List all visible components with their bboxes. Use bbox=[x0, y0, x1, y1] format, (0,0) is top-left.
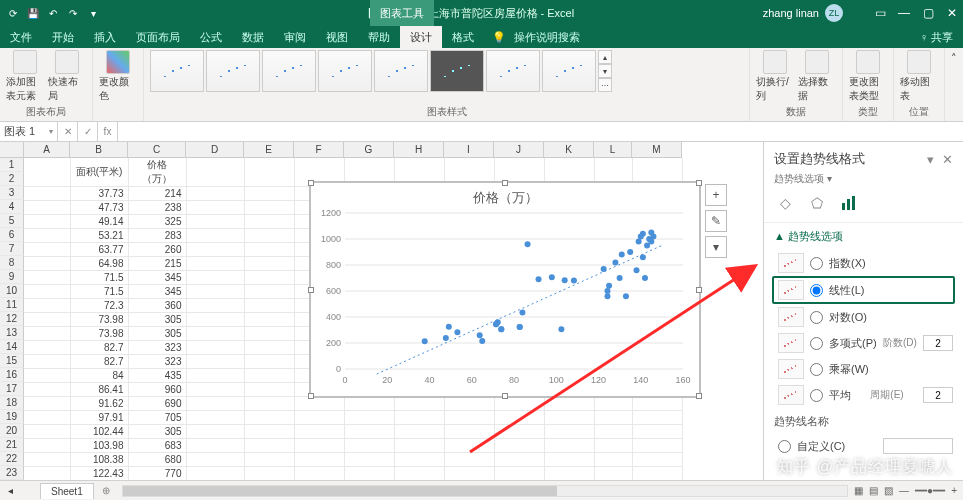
cell[interactable] bbox=[186, 243, 244, 257]
cell[interactable] bbox=[394, 453, 444, 467]
sheet-tab[interactable]: Sheet1 bbox=[40, 483, 94, 499]
cell[interactable] bbox=[344, 411, 394, 425]
col-header[interactable]: H bbox=[394, 142, 444, 158]
cell[interactable] bbox=[344, 439, 394, 453]
cell[interactable] bbox=[444, 467, 494, 481]
style-thumb[interactable] bbox=[206, 50, 260, 92]
cell[interactable]: 323 bbox=[128, 355, 186, 369]
minimize-icon[interactable]: — bbox=[897, 6, 911, 20]
cell[interactable] bbox=[494, 425, 544, 439]
cell[interactable] bbox=[632, 425, 682, 439]
cell[interactable] bbox=[186, 187, 244, 201]
cell[interactable]: 345 bbox=[128, 285, 186, 299]
cell[interactable] bbox=[244, 411, 294, 425]
maximize-icon[interactable]: ▢ bbox=[921, 6, 935, 20]
cell[interactable] bbox=[24, 271, 70, 285]
fill-line-icon[interactable]: ◇ bbox=[774, 192, 796, 214]
pane-close-icon[interactable]: ✕ bbox=[942, 152, 953, 167]
cell[interactable]: 63.77 bbox=[70, 243, 128, 257]
view-normal-icon[interactable]: ▦ bbox=[854, 485, 863, 496]
cell[interactable] bbox=[632, 453, 682, 467]
sheet-nav-left-icon[interactable]: ◂ bbox=[0, 485, 20, 496]
row-header[interactable]: 20 bbox=[0, 424, 24, 438]
cell[interactable] bbox=[394, 397, 444, 411]
trend-polynomial-param[interactable] bbox=[923, 335, 953, 351]
cell[interactable] bbox=[544, 425, 594, 439]
cell[interactable] bbox=[186, 467, 244, 481]
cell[interactable] bbox=[244, 341, 294, 355]
change-chart-type-button[interactable]: 更改图表类型 bbox=[849, 50, 887, 103]
col-header[interactable]: J bbox=[494, 142, 544, 158]
cell[interactable] bbox=[244, 383, 294, 397]
cell[interactable] bbox=[244, 257, 294, 271]
cell[interactable] bbox=[594, 467, 632, 481]
cell[interactable] bbox=[244, 453, 294, 467]
cell[interactable]: 238 bbox=[128, 201, 186, 215]
cell[interactable] bbox=[394, 425, 444, 439]
cell[interactable]: 86.41 bbox=[70, 383, 128, 397]
new-sheet-button[interactable]: ⊕ bbox=[96, 485, 116, 496]
cell[interactable] bbox=[294, 453, 344, 467]
cell[interactable]: 345 bbox=[128, 271, 186, 285]
tab-帮助[interactable]: 帮助 bbox=[358, 26, 400, 48]
chart-elements-button[interactable]: + bbox=[705, 184, 727, 206]
cell[interactable] bbox=[186, 355, 244, 369]
cell[interactable]: 64.98 bbox=[70, 257, 128, 271]
select-data-button[interactable]: 选择数据 bbox=[798, 50, 836, 103]
cell[interactable] bbox=[294, 425, 344, 439]
row-header[interactable]: 3 bbox=[0, 186, 24, 200]
cell[interactable]: 面积(平米) bbox=[70, 158, 128, 187]
cell[interactable] bbox=[186, 215, 244, 229]
cell[interactable]: 73.98 bbox=[70, 327, 128, 341]
quick-layout-button[interactable]: 快速布局 bbox=[48, 50, 86, 103]
row-header[interactable]: 8 bbox=[0, 256, 24, 270]
tell-me-icon[interactable]: 💡 bbox=[484, 26, 514, 48]
tab-开始[interactable]: 开始 bbox=[42, 26, 84, 48]
cell[interactable] bbox=[294, 467, 344, 481]
cell[interactable] bbox=[394, 411, 444, 425]
trendline-options-icon[interactable] bbox=[838, 192, 860, 214]
cell[interactable] bbox=[344, 425, 394, 439]
cell[interactable]: 305 bbox=[128, 327, 186, 341]
cell[interactable] bbox=[544, 439, 594, 453]
tell-me-field[interactable]: 操作说明搜索 bbox=[514, 26, 580, 48]
cell[interactable] bbox=[244, 313, 294, 327]
chart-styles-button[interactable]: ✎ bbox=[705, 210, 727, 232]
zoom-out-icon[interactable]: — bbox=[899, 485, 909, 496]
cell[interactable] bbox=[294, 439, 344, 453]
tab-视图[interactable]: 视图 bbox=[316, 26, 358, 48]
cell[interactable] bbox=[186, 439, 244, 453]
cell[interactable]: 705 bbox=[128, 411, 186, 425]
zoom-in-icon[interactable]: + bbox=[951, 485, 957, 496]
cell[interactable]: 47.73 bbox=[70, 201, 128, 215]
row-header[interactable]: 4 bbox=[0, 200, 24, 214]
cell[interactable] bbox=[186, 313, 244, 327]
view-break-icon[interactable]: ▧ bbox=[884, 485, 893, 496]
cell[interactable] bbox=[632, 411, 682, 425]
cell[interactable] bbox=[186, 327, 244, 341]
cell[interactable] bbox=[444, 425, 494, 439]
cell[interactable] bbox=[24, 397, 70, 411]
col-header[interactable]: I bbox=[444, 142, 494, 158]
cell[interactable] bbox=[632, 397, 682, 411]
style-thumb[interactable] bbox=[374, 50, 428, 92]
close-icon[interactable]: ✕ bbox=[945, 6, 959, 20]
col-header[interactable]: C bbox=[128, 142, 186, 158]
cell[interactable] bbox=[24, 229, 70, 243]
trend-option-exponential[interactable]: 指数(X) bbox=[764, 250, 963, 276]
chart-filters-button[interactable]: ▾ bbox=[705, 236, 727, 258]
cell[interactable] bbox=[24, 439, 70, 453]
cell[interactable] bbox=[244, 439, 294, 453]
cell[interactable] bbox=[444, 397, 494, 411]
cell[interactable]: 325 bbox=[128, 215, 186, 229]
row-header[interactable]: 2 bbox=[0, 172, 24, 186]
cell[interactable]: 49.14 bbox=[70, 215, 128, 229]
enter-icon[interactable]: ✓ bbox=[78, 122, 98, 141]
cell[interactable] bbox=[594, 397, 632, 411]
cell[interactable]: 82.7 bbox=[70, 355, 128, 369]
row-header[interactable]: 17 bbox=[0, 382, 24, 396]
name-box[interactable]: 图表 1▾ bbox=[0, 122, 58, 141]
cell[interactable] bbox=[24, 425, 70, 439]
col-header[interactable]: B bbox=[70, 142, 128, 158]
cell[interactable] bbox=[186, 257, 244, 271]
